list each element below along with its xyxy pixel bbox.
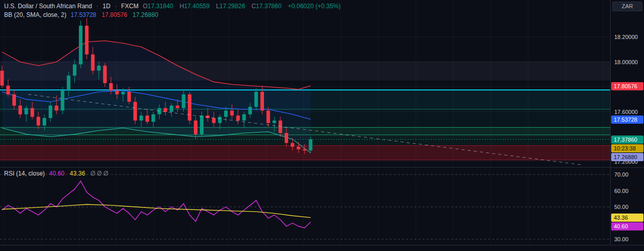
time-axis[interactable] <box>0 245 644 251</box>
bb-upper-value: 17.80576 <box>102 11 127 18</box>
bb-indicator-legend[interactable]: BB (20, SMA, close, 2) 17.53728 17.80576… <box>4 11 162 18</box>
high-letter: H <box>179 3 184 10</box>
bb-basis-value: 17.53728 <box>71 11 96 18</box>
rsi-level-label: 30.00 <box>614 236 629 243</box>
close-value: 17.37860 <box>256 3 281 10</box>
chart-canvas[interactable] <box>0 0 610 245</box>
separator-dot: · <box>115 3 117 10</box>
bb-basis-badge: 17.53728 <box>611 115 643 124</box>
bb-lower-value: 17.26880 <box>133 11 158 18</box>
high-value: 17.40559 <box>184 3 210 10</box>
rsi-level-label: 60.00 <box>614 187 629 195</box>
countdown-badge: 10:23:38 <box>611 144 643 152</box>
currency-button[interactable]: ZAR <box>612 2 642 11</box>
rsi-ma-badge: 43.36 <box>611 214 643 222</box>
rsi-ma-value: 43.36 <box>70 170 85 177</box>
rsi-value-badge: 40.60 <box>611 222 643 230</box>
price-level-label: 18.20000 <box>614 33 638 41</box>
symbol-title: U.S. Dollar / South African Rand <box>4 3 92 10</box>
open-value: 17.31840 <box>148 3 173 10</box>
bb-label: BB (20, SMA, close, 2) <box>4 11 66 18</box>
ohlc-open: O17.31840 <box>143 3 174 10</box>
last-price-badge: 17.37860 <box>611 136 643 144</box>
rsi-level-label: 70.00 <box>614 171 629 178</box>
separator-dot: · <box>96 3 98 10</box>
ohlc-high: H17.40559 <box>179 3 211 10</box>
rsi-ma-line <box>2 204 311 218</box>
trading-chart-window: U.S. Dollar / South African Rand · 1D · … <box>0 0 644 251</box>
open-letter: O <box>143 3 147 10</box>
rsi-label: RSI (14, close) <box>4 170 45 177</box>
price-level-label: 18.00000 <box>614 59 638 66</box>
exchange-label: FXCM <box>121 3 138 10</box>
rsi-indicator-legend[interactable]: RSI (14, close) 40.60 43.36 Ø Ø Ø <box>4 170 111 177</box>
close-letter: C <box>251 3 256 10</box>
price-axis[interactable]: ZAR 18.2000018.0000017.6000017.2000017.8… <box>610 0 644 245</box>
rsi-level-label: 50.00 <box>614 203 629 210</box>
ohlc-low: L17.29826 <box>216 3 246 10</box>
bb-upper-badge: 17.80576 <box>611 82 643 90</box>
rsi-hidden-values: Ø Ø Ø <box>90 170 108 177</box>
change-value: +0.06020 (+0.35%) <box>288 3 340 10</box>
low-letter: L <box>216 3 219 10</box>
bb-lower-badge: 17.26880 <box>611 153 643 161</box>
price-level-label: 17.60000 <box>614 108 638 115</box>
interval-label: 1D <box>103 3 110 10</box>
symbol-legend[interactable]: U.S. Dollar / South African Rand · 1D · … <box>4 3 341 10</box>
rsi-value: 40.60 <box>49 170 65 177</box>
pane-separator <box>611 167 644 168</box>
rsi-line <box>2 181 311 228</box>
ohlc-close: C17.37860 <box>251 3 283 10</box>
low-value: 17.29826 <box>219 3 245 10</box>
chart-plot-area[interactable]: U.S. Dollar / South African Rand · 1D · … <box>0 0 610 245</box>
